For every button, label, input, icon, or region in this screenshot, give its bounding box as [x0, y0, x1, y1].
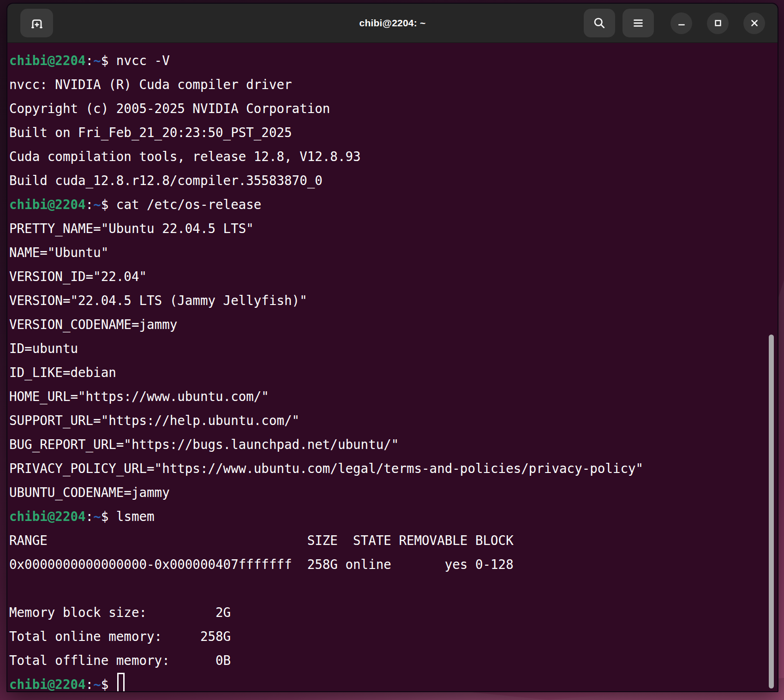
minimize-button[interactable]	[670, 12, 692, 34]
output-text: VERSION="22.04.5 LTS (Jammy Jellyfish)"	[9, 293, 307, 308]
output-text: PRETTY_NAME="Ubuntu 22.04.5 LTS"	[9, 221, 254, 236]
output-text: Total offline memory: 0B	[9, 653, 231, 668]
command-text: nvcc -V	[116, 53, 170, 68]
window-controls	[584, 4, 765, 42]
terminal-line: VERSION="22.04.5 LTS (Jammy Jellyfish)"	[9, 288, 775, 312]
output-text: VERSION_CODENAME=jammy	[9, 317, 177, 332]
terminal-line: 0x0000000000000000-0x000000407fffffff 25…	[9, 552, 775, 576]
scrollbar-thumb[interactable]	[769, 335, 774, 688]
output-text: HOME_URL="https://www.ubuntu.com/"	[9, 389, 269, 404]
output-text: VERSION_ID="22.04"	[9, 269, 147, 284]
minimize-icon	[676, 17, 688, 29]
prompt-separator: :	[86, 197, 94, 212]
prompt-user-host: chibi@2204	[9, 677, 86, 691]
terminal-line: Build cuda_12.8.r12.8/compiler.35583870_…	[9, 168, 775, 192]
close-button[interactable]	[743, 12, 765, 34]
menu-button[interactable]	[622, 9, 654, 37]
tab-new-icon	[30, 16, 44, 30]
output-text: Build cuda_12.8.r12.8/compiler.35583870_…	[9, 173, 323, 188]
terminal-line: Copyright (c) 2005-2025 NVIDIA Corporati…	[9, 96, 775, 120]
terminal-line: BUG_REPORT_URL="https://bugs.launchpad.n…	[9, 432, 775, 456]
terminal-line: Memory block size: 2G	[9, 600, 775, 624]
terminal-line: NAME="Ubuntu"	[9, 240, 775, 264]
terminal-line	[9, 576, 775, 600]
prompt-separator: :	[86, 509, 94, 524]
terminal-line: chibi@2204:~$ cat /etc/os-release	[9, 192, 775, 216]
lsmem-row: 0x0000000000000000-0x000000407fffffff 25…	[9, 557, 514, 572]
terminal-window: chibi@2204: ~	[6, 3, 778, 692]
prompt-symbol: $	[101, 53, 116, 68]
prompt-path: ~	[93, 677, 101, 691]
command-text: lsmem	[116, 509, 155, 524]
terminal-line: Cuda compilation tools, release 12.8, V1…	[9, 144, 775, 168]
terminal-line: Total online memory: 258G	[9, 624, 775, 648]
terminal-line: chibi@2204:~$	[9, 672, 775, 691]
terminal-line: ID=ubuntu	[9, 336, 775, 360]
terminal-line: Total offline memory: 0B	[9, 648, 775, 672]
desktop: { "window": { "title": "chibi@2204: ~" }…	[0, 0, 784, 700]
terminal-line: PRIVACY_POLICY_URL="https://www.ubuntu.c…	[9, 456, 775, 480]
maximize-icon	[712, 17, 724, 29]
terminal-output[interactable]: chibi@2204:~$ nvcc -Vnvcc: NVIDIA (R) Cu…	[7, 43, 778, 691]
command-text: cat /etc/os-release	[116, 197, 262, 212]
terminal-line: RANGE SIZE STATE REMOVABLE BLOCK	[9, 528, 775, 552]
output-text: NAME="Ubuntu"	[9, 245, 108, 260]
prompt-path: ~	[93, 197, 101, 212]
prompt-path: ~	[93, 53, 101, 68]
terminal-line: Built on Fri_Feb_21_20:23:50_PST_2025	[9, 120, 775, 144]
terminal-line: SUPPORT_URL="https://help.ubuntu.com/"	[9, 408, 775, 432]
prompt-symbol: $	[101, 509, 116, 524]
output-text: SUPPORT_URL="https://help.ubuntu.com/"	[9, 413, 299, 428]
hamburger-menu-icon	[631, 16, 645, 30]
terminal-line: ID_LIKE=debian	[9, 360, 775, 384]
prompt-separator: :	[86, 53, 94, 68]
prompt-user-host: chibi@2204	[9, 509, 86, 524]
terminal-line: chibi@2204:~$ lsmem	[9, 504, 775, 528]
search-icon	[592, 16, 606, 30]
new-tab-button[interactable]	[20, 9, 53, 37]
prompt-symbol: $	[101, 197, 116, 212]
terminal-line: nvcc: NVIDIA (R) Cuda compiler driver	[9, 72, 775, 96]
terminal-line: HOME_URL="https://www.ubuntu.com/"	[9, 384, 775, 408]
prompt-separator: :	[86, 677, 94, 691]
lsmem-header: RANGE SIZE STATE REMOVABLE BLOCK	[9, 533, 514, 548]
window-title: chibi@2204: ~	[359, 18, 426, 29]
output-text: ID_LIKE=debian	[9, 365, 116, 380]
prompt-user-host: chibi@2204	[9, 53, 86, 68]
output-text: nvcc: NVIDIA (R) Cuda compiler driver	[9, 77, 292, 92]
output-text: Cuda compilation tools, release 12.8, V1…	[9, 149, 361, 164]
prompt-user-host: chibi@2204	[9, 197, 86, 212]
output-text: Built on Fri_Feb_21_20:23:50_PST_2025	[9, 125, 292, 140]
terminal-line: VERSION_ID="22.04"	[9, 264, 775, 288]
output-text: ID=ubuntu	[9, 341, 78, 356]
maximize-button[interactable]	[707, 12, 729, 34]
headerbar: chibi@2204: ~	[7, 4, 778, 43]
output-text: PRIVACY_POLICY_URL="https://www.ubuntu.c…	[9, 461, 643, 476]
text-cursor	[117, 673, 125, 691]
output-text: BUG_REPORT_URL="https://bugs.launchpad.n…	[9, 437, 399, 452]
output-text: Memory block size: 2G	[9, 605, 231, 620]
terminal-line: UBUNTU_CODENAME=jammy	[9, 480, 775, 504]
terminal-line: chibi@2204:~$ nvcc -V	[9, 48, 775, 72]
close-icon	[748, 17, 760, 29]
prompt-path: ~	[93, 509, 101, 524]
prompt-symbol: $	[101, 677, 116, 691]
terminal-line: VERSION_CODENAME=jammy	[9, 312, 775, 336]
terminal-line: PRETTY_NAME="Ubuntu 22.04.5 LTS"	[9, 216, 775, 240]
output-text: UBUNTU_CODENAME=jammy	[9, 485, 170, 500]
output-text: Copyright (c) 2005-2025 NVIDIA Corporati…	[9, 101, 330, 116]
search-button[interactable]	[584, 9, 615, 37]
output-text: Total online memory: 258G	[9, 629, 231, 644]
